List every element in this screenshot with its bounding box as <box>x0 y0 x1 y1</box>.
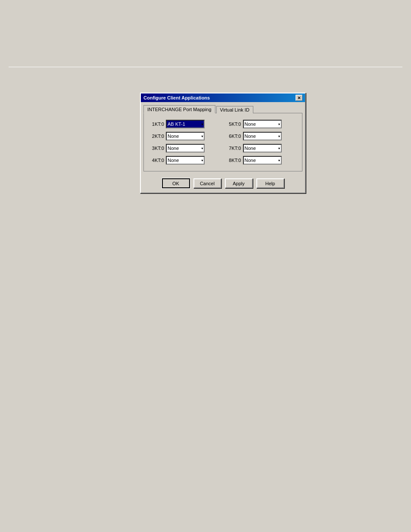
dialog-content: INTERCHANGE Port Mapping Virtual Link ID… <box>141 102 305 193</box>
page-background: Configure Client Applications ✕ INTERCHA… <box>0 0 411 532</box>
apply-button[interactable]: Apply <box>225 178 253 188</box>
help-button[interactable]: Help <box>256 178 284 188</box>
tab-panel-interchange: 1KT:0 AB KT-1 None 5KT:0 None <box>143 113 302 171</box>
dialog-title: Configure Client Applications <box>143 95 296 100</box>
port-row-4kt0: 4KT:0 None AB KT-1 <box>150 156 219 165</box>
port-label-3kt0: 3KT:0 <box>150 146 164 151</box>
tab-interchange[interactable]: INTERCHANGE Port Mapping <box>143 105 215 113</box>
port-label-4kt0: 4KT:0 <box>150 158 164 163</box>
port-mapping-grid: 1KT:0 AB KT-1 None 5KT:0 None <box>148 118 298 167</box>
port-label-2kt0: 2KT:0 <box>150 134 164 139</box>
port-row-7kt0: 7KT:0 None AB KT-1 <box>227 144 296 152</box>
port-label-5kt0: 5KT:0 <box>227 121 241 127</box>
port-row-3kt0: 3KT:0 None AB KT-1 <box>150 144 219 152</box>
port-row-6kt0: 6KT:0 None AB KT-1 <box>227 132 296 140</box>
ok-button[interactable]: OK <box>162 178 190 188</box>
configure-client-dialog: Configure Client Applications ✕ INTERCHA… <box>140 93 306 193</box>
port-select-6kt0[interactable]: None AB KT-1 <box>243 132 282 140</box>
tab-bar: INTERCHANGE Port Mapping Virtual Link ID <box>143 105 302 113</box>
dialog-titlebar: Configure Client Applications ✕ <box>141 93 305 102</box>
port-select-7kt0[interactable]: None AB KT-1 <box>243 144 282 152</box>
port-select-5kt0[interactable]: None AB KT-1 <box>243 120 282 128</box>
button-row: OK Cancel Apply Help <box>143 176 302 190</box>
port-label-6kt0: 6KT:0 <box>227 134 241 139</box>
select-wrapper-5kt0: None AB KT-1 <box>243 120 282 128</box>
port-select-1kt0[interactable]: AB KT-1 None <box>166 120 205 128</box>
port-label-1kt0: 1KT:0 <box>150 121 164 127</box>
port-select-4kt0[interactable]: None AB KT-1 <box>166 156 205 165</box>
port-select-2kt0[interactable]: None AB KT-1 <box>166 132 205 140</box>
port-label-8kt0: 8KT:0 <box>227 158 241 163</box>
port-select-3kt0[interactable]: None AB KT-1 <box>166 144 205 152</box>
port-select-8kt0[interactable]: None AB KT-1 <box>243 156 282 165</box>
select-wrapper-4kt0: None AB KT-1 <box>166 156 205 165</box>
port-row-8kt0: 8KT:0 None AB KT-1 <box>227 156 296 165</box>
tab-virtual-link[interactable]: Virtual Link ID <box>216 106 253 113</box>
port-row-1kt0: 1KT:0 AB KT-1 None <box>150 120 219 128</box>
top-divider <box>9 67 402 67</box>
cancel-button[interactable]: Cancel <box>193 178 221 188</box>
port-row-2kt0: 2KT:0 None AB KT-1 <box>150 132 219 140</box>
port-label-7kt0: 7KT:0 <box>227 146 241 151</box>
port-row-5kt0: 5KT:0 None AB KT-1 <box>227 120 296 128</box>
select-wrapper-6kt0: None AB KT-1 <box>243 132 282 140</box>
select-wrapper-3kt0: None AB KT-1 <box>166 144 205 152</box>
select-wrapper-8kt0: None AB KT-1 <box>243 156 282 165</box>
select-wrapper-1kt0: AB KT-1 None <box>166 120 205 128</box>
select-wrapper-7kt0: None AB KT-1 <box>243 144 282 152</box>
select-wrapper-2kt0: None AB KT-1 <box>166 132 205 140</box>
close-button[interactable]: ✕ <box>296 95 302 101</box>
